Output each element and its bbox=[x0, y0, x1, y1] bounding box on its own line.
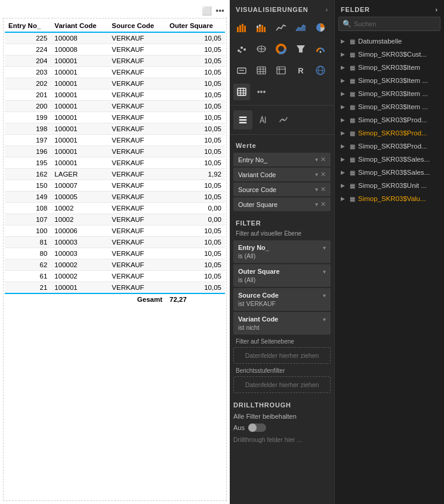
field-expand-icon[interactable]: ▶ bbox=[341, 156, 347, 162]
matrix-icon[interactable] bbox=[273, 62, 289, 79]
col-variant-code[interactable]: Variant Code bbox=[51, 20, 108, 32]
field-expand-icon[interactable]: ▶ bbox=[341, 169, 347, 175]
table-row[interactable]: 196 100001 VERKAUF 10,05 bbox=[5, 146, 225, 157]
werte-item-close-icon[interactable]: ✕ bbox=[320, 171, 326, 178]
expand-icon[interactable]: ⬜ bbox=[202, 6, 212, 16]
werte-item-chevron-icon[interactable]: ▾ bbox=[315, 171, 318, 178]
felder-chevron-icon[interactable]: › bbox=[436, 6, 438, 13]
table-row[interactable]: 224 100008 VERKAUF 10,05 bbox=[5, 44, 225, 55]
werte-item-close-icon[interactable]: ✕ bbox=[320, 200, 326, 208]
filter-item-chevron-icon[interactable]: ▾ bbox=[323, 268, 326, 275]
filter-item[interactable]: Source Code ▾ ist VERKAUF bbox=[233, 288, 331, 311]
pie-chart-icon[interactable] bbox=[312, 19, 329, 36]
werte-item-chevron-icon[interactable]: ▾ bbox=[315, 156, 318, 163]
field-item[interactable]: ▶ ▦ Simop_SKR03$Item ... bbox=[335, 87, 444, 100]
donut-chart-icon[interactable] bbox=[273, 41, 289, 57]
filter-item-chevron-icon[interactable]: ▾ bbox=[323, 316, 326, 323]
werte-item[interactable]: Entry No_ ▾ ✕ bbox=[233, 153, 331, 166]
werte-item-close-icon[interactable]: ✕ bbox=[320, 156, 326, 163]
filter-item[interactable]: Entry No_ ▾ is (All) bbox=[233, 240, 331, 263]
table-row[interactable]: 108 10002 VERKAUF 0,00 bbox=[5, 203, 225, 214]
col-entry-no[interactable]: Entry No_ bbox=[5, 20, 51, 32]
page-drop-zone[interactable]: Datenfelder hierher ziehen bbox=[233, 347, 331, 364]
report-drop-zone[interactable]: Datenfelder hierher ziehen bbox=[233, 376, 331, 393]
table-row[interactable]: 162 LAGER VERKAUF 1,92 bbox=[5, 169, 225, 180]
field-item[interactable]: ▶ ▦ Simop_SKR03$Item ... bbox=[335, 74, 444, 87]
table-active-icon[interactable] bbox=[233, 84, 250, 100]
table-row[interactable]: 149 100005 VERKAUF 10,05 bbox=[5, 191, 225, 203]
bar-chart-icon[interactable] bbox=[233, 19, 250, 36]
col-source-code[interactable]: Source Code bbox=[108, 20, 166, 32]
stacked-bar-icon[interactable] bbox=[253, 19, 270, 36]
werte-item[interactable]: Outer Square ▾ ✕ bbox=[233, 197, 331, 211]
globe-icon[interactable] bbox=[312, 62, 329, 79]
field-expand-icon[interactable]: ▶ bbox=[341, 143, 347, 149]
col-outer-square[interactable]: Outer Square bbox=[166, 20, 225, 32]
field-expand-icon[interactable]: ▶ bbox=[341, 117, 347, 123]
funnel-icon[interactable] bbox=[292, 41, 309, 57]
table-row[interactable]: 81 100003 VERKAUF 10,05 bbox=[5, 237, 225, 248]
table-icon[interactable] bbox=[253, 62, 270, 79]
table-row[interactable]: 61 100002 VERKAUF 10,05 bbox=[5, 271, 225, 282]
table-row[interactable]: 195 100001 VERKAUF 10,05 bbox=[5, 157, 225, 169]
line-chart-icon[interactable] bbox=[273, 19, 289, 36]
table-row[interactable]: 150 100007 VERKAUF 10,05 bbox=[5, 180, 225, 191]
more-options-icon[interactable]: ••• bbox=[215, 6, 224, 16]
filter-item[interactable]: Variant Code ▾ ist nicht bbox=[233, 312, 331, 335]
gauge-icon[interactable] bbox=[312, 41, 329, 57]
field-item[interactable]: ▶ ▦ Simop_SKR03$Unit ... bbox=[335, 179, 444, 192]
map-icon[interactable] bbox=[253, 41, 270, 57]
werte-item-chevron-icon[interactable]: ▾ bbox=[315, 186, 318, 193]
field-expand-icon[interactable]: ▶ bbox=[341, 196, 347, 202]
table-row[interactable]: 203 100001 VERKAUF 10,05 bbox=[5, 67, 225, 78]
table-row[interactable]: 197 100001 VERKAUF 10,05 bbox=[5, 135, 225, 146]
werte-item[interactable]: Source Code ▾ ✕ bbox=[233, 183, 331, 196]
table-row[interactable]: 200 100001 VERKAUF 10,05 bbox=[5, 101, 225, 112]
card-icon[interactable] bbox=[233, 62, 250, 79]
analytics-icon[interactable] bbox=[274, 110, 293, 129]
field-expand-icon[interactable]: ▶ bbox=[341, 91, 347, 97]
field-item[interactable]: ▶ ▦ Simop_SKR03$Prod... bbox=[335, 113, 444, 126]
field-expand-icon[interactable]: ▶ bbox=[341, 64, 347, 70]
drillthrough-drop-zone[interactable]: Drillthrough felder hier ... bbox=[233, 434, 331, 446]
search-box[interactable]: 🔍 bbox=[338, 17, 440, 31]
field-expand-icon[interactable]: ▶ bbox=[341, 38, 347, 44]
field-item[interactable]: ▶ ▦ Simop_SKR03$Prod... bbox=[335, 126, 444, 140]
more-vis-icon[interactable]: ••• bbox=[253, 84, 270, 100]
vis-chevron-icon[interactable]: › bbox=[326, 7, 328, 13]
table-row[interactable]: 199 100001 VERKAUF 10,05 bbox=[5, 112, 225, 123]
field-item[interactable]: ▶ ▦ Simop_SKR03$Prod... bbox=[335, 140, 444, 153]
table-row[interactable]: 62 100002 VERKAUF 10,05 bbox=[5, 259, 225, 271]
table-row[interactable]: 202 100001 VERKAUF 10,05 bbox=[5, 78, 225, 89]
field-expand-icon[interactable]: ▶ bbox=[341, 130, 347, 136]
werte-item-chevron-icon[interactable]: ▾ bbox=[315, 201, 318, 208]
table-row[interactable]: 107 10002 VERKAUF 0,00 bbox=[5, 214, 225, 225]
search-input[interactable] bbox=[354, 20, 436, 27]
field-expand-icon[interactable]: ▶ bbox=[341, 51, 347, 57]
field-expand-icon[interactable]: ▶ bbox=[341, 78, 347, 84]
table-row[interactable]: 198 100001 VERKAUF 10,05 bbox=[5, 123, 225, 135]
field-expand-icon[interactable]: ▶ bbox=[341, 183, 347, 188]
format-icon[interactable] bbox=[254, 110, 273, 129]
table-row[interactable]: 204 100001 VERKAUF 10,05 bbox=[5, 55, 225, 67]
table-row[interactable]: 80 100003 VERKAUF 10,05 bbox=[5, 248, 225, 259]
filter-item[interactable]: Outer Square ▾ is (All) bbox=[233, 264, 331, 287]
table-row[interactable]: 21 100001 VERKAUF 10,05 bbox=[5, 282, 225, 294]
field-item[interactable]: ▶ ▦ Datumstabelle bbox=[335, 35, 444, 48]
table-row[interactable]: 225 100008 VERKAUF 10,05 bbox=[5, 32, 225, 44]
field-item[interactable]: ▶ ▦ Simop_SKR03$Item ... bbox=[335, 100, 444, 113]
table-row[interactable]: 201 100001 VERKAUF 10,05 bbox=[5, 89, 225, 101]
field-expand-icon[interactable]: ▶ bbox=[341, 104, 347, 110]
filter-item-chevron-icon[interactable]: ▾ bbox=[323, 292, 326, 299]
table-row[interactable]: 100 100006 VERKAUF 10,05 bbox=[5, 225, 225, 237]
field-item[interactable]: ▶ ▦ Simop_SKR03$Valu... bbox=[335, 192, 444, 205]
filter-item-chevron-icon[interactable]: ▾ bbox=[323, 245, 326, 251]
fields-icon[interactable] bbox=[233, 110, 252, 129]
field-item[interactable]: ▶ ▦ Simop_SKR03$Item bbox=[335, 61, 444, 74]
werte-item[interactable]: Variant Code ▾ ✕ bbox=[233, 168, 331, 181]
field-item[interactable]: ▶ ▦ Simop_SKR03$Cust... bbox=[335, 48, 444, 61]
scatter-chart-icon[interactable] bbox=[233, 41, 250, 57]
area-chart-icon[interactable] bbox=[292, 19, 309, 36]
field-item[interactable]: ▶ ▦ Simop_SKR03$Sales... bbox=[335, 153, 444, 166]
toggle-track[interactable] bbox=[248, 423, 266, 432]
